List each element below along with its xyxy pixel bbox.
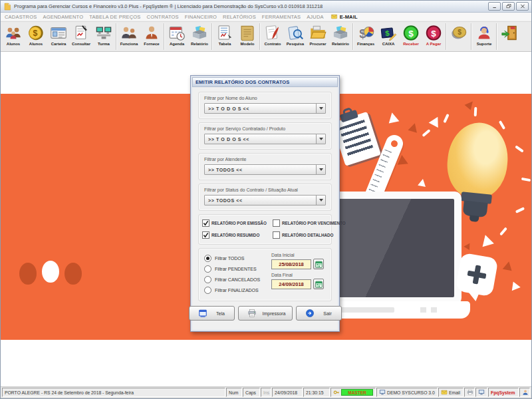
chevron-down-icon[interactable] <box>316 134 325 144</box>
toolbar-button-caixa[interactable]: $CAIXA <box>377 23 400 51</box>
toolbar-button-receber[interactable]: $Receber <box>400 23 422 51</box>
screen-icon <box>196 309 210 318</box>
chevron-down-icon[interactable] <box>316 104 325 113</box>
menu-item-7[interactable]: AJUDA <box>307 14 324 20</box>
toolbar-button-finan-as[interactable]: $Finanças <box>354 23 377 51</box>
radio-2[interactable]: Filtrar CANCELADOS <box>204 276 271 283</box>
laptop-illustration <box>331 192 462 305</box>
menu-item-2[interactable]: TABELA DE PREÇOS <box>89 14 140 20</box>
toolbar-button-alunos[interactable]: $Alunos <box>25 23 47 51</box>
toolbar-button-turma[interactable]: Turma <box>92 23 115 51</box>
toolbar-separator <box>259 23 261 50</box>
checkbox-box[interactable] <box>273 219 280 227</box>
win-min-icon <box>491 3 498 9</box>
toolbar-button-pesquisa[interactable]: Pesquisa <box>284 23 307 51</box>
filter-group-3: Filtrar por Status do Contrato / Situaçã… <box>198 184 332 211</box>
toolbar-button-tabela[interactable]: Tabela <box>213 23 236 51</box>
chevron-down-icon[interactable] <box>316 165 325 174</box>
minimize-button[interactable] <box>488 2 501 11</box>
menu-item-4[interactable]: FINANCEIRO <box>185 14 217 20</box>
tela-button[interactable]: Tela <box>189 306 235 321</box>
filter-group-1: Filtrar por Serviço Contratado / Produto… <box>198 122 332 150</box>
impressora-button[interactable]: Impressora <box>238 306 293 321</box>
app-icon <box>3 3 11 11</box>
checkbox-2[interactable]: RELATÓRIO RESUMIDO <box>202 231 271 239</box>
triangle-decoration <box>479 233 494 247</box>
toolbar-button-consultar[interactable]: Consultar <box>70 23 92 51</box>
toolbar-button-agenda[interactable]: Agenda <box>166 23 188 51</box>
filter-combobox-2[interactable]: >> TODOS << <box>204 164 326 175</box>
triangle-decoration <box>387 112 400 124</box>
filter-label: Filtrar por Serviço Contratado / Produto <box>204 126 326 131</box>
toolbar-button-contrato[interactable]: Contrato <box>261 23 284 51</box>
status-segment-2: Caps <box>243 388 260 397</box>
ray-decoration <box>474 107 477 116</box>
toolbar-button-carteira[interactable]: Carteira <box>47 23 70 51</box>
report-box-icon <box>190 23 209 42</box>
filter-combobox-1[interactable]: >> T O D O S << <box>204 134 326 144</box>
sair-button[interactable]: Sair <box>296 306 342 321</box>
application-window: { "window": { "title": "Programa para Ge… <box>0 0 532 399</box>
checkbox-0[interactable]: RELATÓRIO POR EMISSÃO <box>202 219 271 227</box>
chevron-down-icon[interactable] <box>316 196 325 205</box>
toolbar-button-coin-tilt[interactable]: $ <box>448 23 470 51</box>
checkbox-box[interactable] <box>273 231 280 239</box>
toolbar-button-exit-door[interactable] <box>498 23 521 51</box>
toolbar-button-a-pagar[interactable]: $A Pagar <box>422 23 445 51</box>
radio-3[interactable]: Filtrar FINALIZADOS <box>204 287 271 294</box>
filter-combobox-3[interactable]: >> TODOS << <box>204 195 326 205</box>
menu-item-5[interactable]: RELATÓRIOS <box>223 14 256 20</box>
close-button[interactable] <box>516 2 529 11</box>
toolbar-button-fornece[interactable]: Fornece <box>140 23 163 51</box>
toolbar-button-alunos[interactable]: Alunos <box>2 23 25 51</box>
triangle-decoration <box>464 241 472 250</box>
monitor-s-icon <box>478 389 485 396</box>
svg-text:$: $ <box>431 28 436 38</box>
toolbar-button-modelo[interactable]: Modelo <box>236 23 259 51</box>
support-icon <box>475 23 493 42</box>
status-segment-10 <box>475 388 487 397</box>
filter-group-2: Filtrar por Atendente>> TODOS << <box>198 153 332 180</box>
status-segment-9 <box>464 388 475 397</box>
toolbar-button-relat-rio[interactable]: Relatório <box>188 23 211 51</box>
menu-item-6[interactable]: FERRAMENTAS <box>262 14 301 20</box>
menu-item-3[interactable]: CONTRATOS <box>147 14 179 20</box>
radio-0[interactable]: Filtrar TODOS <box>204 255 271 262</box>
menu-item-email[interactable]: E-MAIL <box>330 13 358 20</box>
calendar-button[interactable] <box>313 279 324 289</box>
calendar-button[interactable] <box>313 259 324 269</box>
checkbox-1[interactable]: RELATÓRIO POR VENCIMENTO <box>273 219 346 227</box>
date-input[interactable]: 25/08/2018 <box>271 259 311 269</box>
toolbar-button-suporte[interactable]: Suporte <box>473 23 495 51</box>
toolbar-button-relat-rio[interactable]: Relatório <box>329 23 352 51</box>
toolbar-button-procurar[interactable]: Procurar <box>307 23 329 51</box>
finance-pie-icon: $ <box>356 23 375 42</box>
menu-item-0[interactable]: CADASTROS <box>5 14 37 20</box>
id-card-icon <box>49 23 68 42</box>
radio-1[interactable]: Filtrar PENDENTES <box>204 265 271 273</box>
dialog-buttons: TelaImpressoraSair <box>198 306 332 321</box>
checkbox-box[interactable] <box>202 219 209 227</box>
toolbar-button-funciona[interactable]: Funciona <box>118 23 140 51</box>
status-segment-3: Ins <box>261 388 271 397</box>
triangle-decoration <box>418 178 427 187</box>
filter-combobox-0[interactable]: >> T O D O S << <box>204 103 326 114</box>
date-input[interactable]: 24/09/2018 <box>271 279 311 289</box>
supplier-icon <box>142 23 161 42</box>
date-field-1: Data Final24/09/2018 <box>271 273 327 293</box>
dialog-title[interactable]: EMITIR RELATÓRIO DOS CONTRATOS <box>192 77 338 87</box>
printer-s-icon <box>467 389 473 396</box>
status-segment-8: Email <box>438 388 464 397</box>
toolbar-separator <box>446 23 447 50</box>
status-segment-5: 21:30:15 <box>303 388 330 397</box>
checkbox-box[interactable] <box>202 231 209 239</box>
key-icon <box>333 389 340 396</box>
status-bar: PORTO ALEGRE - RS 24 de Setembro de 2018… <box>1 386 531 398</box>
menu-item-1[interactable]: AGENDAMENTO <box>43 14 83 20</box>
filter-label: Filtrar por Atendente <box>204 157 326 162</box>
restore-button[interactable] <box>502 2 515 11</box>
cal-btn-icon <box>315 260 323 269</box>
toolbar-separator <box>116 23 117 50</box>
window-title: Programa para Gerenciar Cursos e Finance… <box>14 3 485 9</box>
checkbox-3[interactable]: RELATÓRIO DETALHADO <box>273 231 346 239</box>
